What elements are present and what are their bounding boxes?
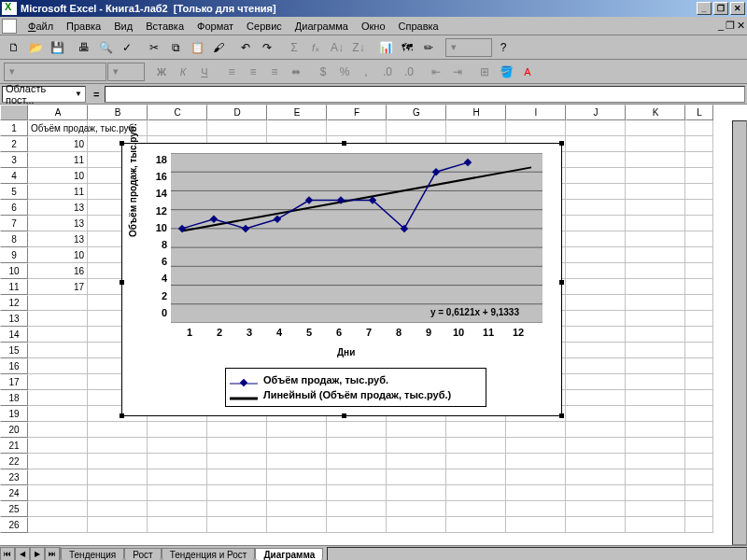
row-header[interactable]: 1 xyxy=(0,120,28,136)
menu-file[interactable]: Файл xyxy=(22,19,59,34)
cell[interactable] xyxy=(267,438,327,454)
cell[interactable] xyxy=(685,438,713,454)
cell[interactable] xyxy=(207,501,267,517)
cell[interactable] xyxy=(626,263,685,279)
cell[interactable] xyxy=(566,374,626,390)
row-header[interactable]: 20 xyxy=(0,422,28,438)
column-header[interactable]: B xyxy=(88,105,148,120)
format-painter-icon[interactable]: 🖌 xyxy=(208,37,229,58)
copy-icon[interactable]: ⧉ xyxy=(165,37,186,58)
menu-chart[interactable]: Диаграмма xyxy=(289,19,354,34)
horizontal-scrollbar[interactable] xyxy=(327,547,747,561)
cell[interactable]: 13 xyxy=(28,216,88,231)
cell[interactable] xyxy=(28,438,88,454)
cell[interactable] xyxy=(28,343,88,358)
cell[interactable] xyxy=(626,343,685,358)
cell[interactable] xyxy=(685,327,713,343)
row-header[interactable]: 15 xyxy=(0,343,28,358)
dec-indent-icon[interactable]: ⇤ xyxy=(426,62,446,82)
cell[interactable] xyxy=(626,279,685,295)
cell[interactable] xyxy=(267,517,327,533)
cell[interactable] xyxy=(148,422,207,438)
font-color-icon[interactable]: A xyxy=(517,62,538,82)
cell[interactable] xyxy=(566,406,626,422)
cell[interactable] xyxy=(566,358,626,374)
cell[interactable] xyxy=(626,327,685,343)
row-header[interactable]: 7 xyxy=(0,216,28,231)
cell[interactable] xyxy=(28,469,88,485)
cut-icon[interactable]: ✂ xyxy=(144,37,164,58)
cell[interactable] xyxy=(566,422,626,438)
name-box[interactable]: Область пост...▼ xyxy=(2,86,86,103)
cell[interactable]: 13 xyxy=(28,231,88,247)
cell[interactable] xyxy=(387,120,446,136)
function-icon[interactable]: fₓ xyxy=(305,37,326,58)
cell[interactable] xyxy=(88,501,148,517)
cell[interactable] xyxy=(327,120,387,136)
save-icon[interactable]: 💾 xyxy=(47,37,67,58)
cell[interactable] xyxy=(566,485,626,501)
menu-help[interactable]: Справка xyxy=(393,19,444,34)
cell[interactable] xyxy=(506,422,566,438)
row-header[interactable]: 25 xyxy=(0,501,28,517)
cell[interactable] xyxy=(685,279,713,295)
merge-icon[interactable]: ⬌ xyxy=(286,62,306,82)
cell[interactable] xyxy=(566,120,626,136)
cell[interactable] xyxy=(566,216,626,231)
row-header[interactable]: 4 xyxy=(0,168,28,184)
cell[interactable] xyxy=(685,168,713,184)
cell[interactable] xyxy=(148,438,207,454)
cell[interactable] xyxy=(327,485,387,501)
cell[interactable] xyxy=(148,517,207,533)
cell[interactable] xyxy=(267,469,327,485)
help-icon[interactable]: ? xyxy=(493,37,514,58)
cell[interactable] xyxy=(626,517,685,533)
cell[interactable] xyxy=(28,406,88,422)
row-header[interactable]: 22 xyxy=(0,454,28,469)
column-header[interactable]: E xyxy=(267,105,327,120)
cell[interactable] xyxy=(566,390,626,406)
cell[interactable] xyxy=(626,406,685,422)
sheet-nav-button[interactable]: ◀ xyxy=(15,547,30,561)
cell[interactable] xyxy=(28,311,88,327)
cell[interactable] xyxy=(148,454,207,469)
cell[interactable] xyxy=(506,454,566,469)
cell[interactable] xyxy=(446,438,506,454)
cell[interactable] xyxy=(28,358,88,374)
row-header[interactable]: 3 xyxy=(0,152,28,168)
cell[interactable] xyxy=(566,263,626,279)
row-header[interactable]: 24 xyxy=(0,485,28,501)
menu-window[interactable]: Окно xyxy=(356,19,391,34)
cell[interactable] xyxy=(387,422,446,438)
cell[interactable] xyxy=(446,454,506,469)
cell[interactable] xyxy=(446,501,506,517)
cell[interactable] xyxy=(566,136,626,152)
cell[interactable] xyxy=(685,406,713,422)
cell[interactable]: 11 xyxy=(28,152,88,168)
cell[interactable] xyxy=(626,390,685,406)
column-header[interactable]: L xyxy=(685,105,713,120)
autosum-icon[interactable]: Σ xyxy=(284,37,304,58)
cell[interactable] xyxy=(207,422,267,438)
cell[interactable] xyxy=(685,501,713,517)
cell[interactable] xyxy=(506,120,566,136)
row-header[interactable]: 6 xyxy=(0,200,28,216)
doc-close-button[interactable]: ✕ xyxy=(737,20,745,32)
cell[interactable] xyxy=(28,517,88,533)
sheet-nav-button[interactable]: ⏭ xyxy=(45,547,60,561)
cell[interactable] xyxy=(685,200,713,216)
cell[interactable] xyxy=(88,454,148,469)
cell[interactable] xyxy=(387,469,446,485)
cell[interactable] xyxy=(28,327,88,343)
row-header[interactable]: 11 xyxy=(0,279,28,295)
cell[interactable] xyxy=(626,422,685,438)
cell[interactable] xyxy=(566,438,626,454)
cell[interactable] xyxy=(566,200,626,216)
cell[interactable] xyxy=(28,374,88,390)
cell[interactable] xyxy=(626,152,685,168)
column-header[interactable]: I xyxy=(506,105,566,120)
cell[interactable] xyxy=(685,295,713,311)
cell[interactable] xyxy=(327,422,387,438)
row-header[interactable]: 19 xyxy=(0,406,28,422)
cell[interactable] xyxy=(685,469,713,485)
